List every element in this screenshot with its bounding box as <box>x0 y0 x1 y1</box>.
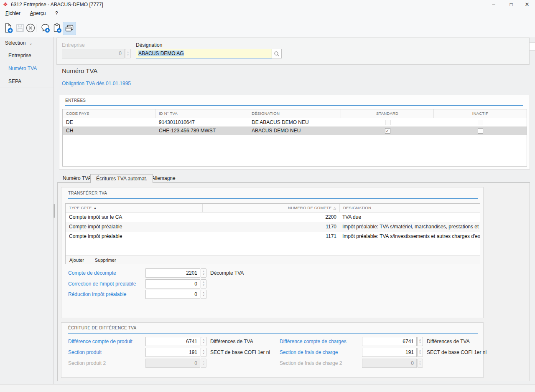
entreprise-stepper <box>125 49 131 58</box>
difference-underline <box>68 333 478 334</box>
col-standard[interactable]: STANDARD <box>341 109 434 118</box>
section-produit-suffix: SECT de base COFI 1er ni <box>210 349 270 355</box>
add-dossier-button[interactable] <box>51 22 64 34</box>
diff-produit-stepper[interactable] <box>201 337 206 346</box>
entries-row-de[interactable]: DE 9143011010647 DE ABACUS DEMO NEU <box>63 118 527 126</box>
sidebar-item-entreprise[interactable]: Entreprise <box>0 49 54 62</box>
transfer-table-header: TYPE CPTE▲ NUMÉRO DE COMPTE△ DÉSIGNATION <box>66 204 480 212</box>
diff-charges-suffix: Différences de TVA <box>427 339 470 344</box>
menu-apercu[interactable]: Aperçu <box>28 9 48 18</box>
transfer-title: TRANSFÉRER TVA <box>68 191 107 195</box>
windows-view-button[interactable] <box>63 22 76 35</box>
entries-panel: ENTRÉES CODE PAYS ID N° TVA DÉSIGNATION … <box>59 95 530 169</box>
sidebar-header[interactable]: Sélection⌄ <box>0 37 54 49</box>
menu-fichier[interactable]: Fichier <box>3 9 23 18</box>
reduction-impot-stepper[interactable] <box>201 290 206 299</box>
diff-produit-suffix: Différences de TVA <box>210 339 253 344</box>
stacked-windows-icon <box>64 23 75 34</box>
difference-title: ÉCRITURE DE DIFFÉRENCE TVA <box>68 326 137 330</box>
section-frais-input[interactable]: 191 <box>362 348 417 357</box>
designation-search-button[interactable] <box>272 49 282 58</box>
section-frais-2-input: 0 <box>362 359 417 368</box>
section-produit-2-input: 0 <box>145 359 200 368</box>
section-produit-2-label: Section produit 2 <box>68 360 106 366</box>
transfer-row[interactable]: Compte impôt sur le CA 2200 TVA due <box>66 212 480 222</box>
window-title: 6312 Entreprise - ABACUS-DEMO [7777] <box>11 2 103 8</box>
clipboard-add-icon <box>52 23 63 33</box>
correction-impot-stepper[interactable] <box>201 279 206 288</box>
entries-table: CODE PAYS ID N° TVA DÉSIGNATION STANDARD… <box>62 109 527 167</box>
cancel-button[interactable] <box>24 22 37 34</box>
section-frais-2-label: Section de frais de charge 2 <box>280 360 342 366</box>
col-code-pays[interactable]: CODE PAYS <box>63 109 155 118</box>
ajouter-button[interactable]: Ajouter <box>69 258 84 263</box>
transfer-underline <box>68 198 478 199</box>
diff-charges-input[interactable]: 6741 <box>362 337 417 346</box>
difference-groupbox: ÉCRITURE DE DIFFÉRENCE TVA Différence co… <box>61 322 484 378</box>
inactif-checkbox[interactable] <box>478 120 483 125</box>
entreprise-input: 0 <box>62 49 125 58</box>
new-record-button[interactable] <box>2 22 15 34</box>
standard-checkbox[interactable] <box>385 120 390 125</box>
chat-add-icon <box>40 23 51 33</box>
transfer-groupbox: TRANSFÉRER TVA TYPE CPTE▲ NUMÉRO DE COMP… <box>61 187 484 318</box>
entries-title: ENTRÉES <box>65 98 86 103</box>
correction-impot-label[interactable]: Correction de l'impôt préalable <box>68 281 136 287</box>
sidebar-item-sepa[interactable]: SEPA <box>0 75 54 88</box>
diff-produit-input[interactable]: 6741 <box>145 337 200 346</box>
designation-selected-text: ABACUS DEMO AG <box>138 51 184 56</box>
app-logo-icon: ❖ <box>3 2 9 8</box>
compte-decompte-stepper[interactable] <box>201 268 206 278</box>
section-produit-label[interactable]: Section produit <box>68 349 102 355</box>
section-produit-input[interactable]: 191 <box>145 348 200 357</box>
compte-decompte-input[interactable]: 2201 <box>145 268 200 278</box>
add-comment-button[interactable] <box>39 22 52 34</box>
sidebar-item-numero-tva[interactable]: Numéro TVA <box>0 62 54 75</box>
col-type-cpte[interactable]: TYPE CPTE▲ <box>66 204 203 212</box>
inactif-checkbox[interactable] <box>478 128 483 134</box>
transfer-table: TYPE CPTE▲ NUMÉRO DE COMPTE△ DÉSIGNATION… <box>65 203 480 264</box>
standard-checkbox[interactable] <box>385 128 390 134</box>
compte-decompte-label[interactable]: Compte de décompte <box>68 270 116 276</box>
section-frais-stepper[interactable] <box>417 348 423 357</box>
diff-produit-label[interactable]: Différence compte de produit <box>68 339 132 344</box>
col-id-tva[interactable]: ID N° TVA <box>155 109 248 118</box>
section-frais-suffix: SECT de base COFI 1er ni <box>427 349 487 355</box>
entreprise-label: Entreprise <box>62 42 85 48</box>
transfer-row[interactable]: Compte impôt préalable 1170 Impôt préala… <box>66 222 480 232</box>
entries-table-header: CODE PAYS ID N° TVA DÉSIGNATION STANDARD… <box>63 109 527 118</box>
diff-charges-label[interactable]: Différence compte de charges <box>280 339 346 344</box>
cancel-circle-icon <box>25 23 36 33</box>
reduction-impot-label[interactable]: Réduction impôt préalable <box>68 291 126 297</box>
toolbar <box>0 19 535 37</box>
minimize-icon[interactable] <box>487 0 501 10</box>
close-icon[interactable] <box>520 0 534 10</box>
designation-input[interactable]: ABACUS DEMO AG <box>136 49 272 58</box>
col-numero-compte[interactable]: NUMÉRO DE COMPTE△ <box>203 204 340 212</box>
search-icon <box>274 51 280 57</box>
chevron-down-icon: ⌄ <box>29 41 32 46</box>
section-frais-2-stepper <box>417 359 423 368</box>
col-inactif[interactable]: INACTIF <box>434 109 527 118</box>
vertical-scrollbar[interactable] <box>54 204 55 218</box>
menubar: Fichier Aperçu ? <box>0 9 535 19</box>
supprimer-button[interactable]: Supprimer <box>95 258 116 263</box>
entries-row-ch[interactable]: CH CHE-123.456.789 MWST ABACUS DEMO NEU <box>63 126 527 135</box>
obligation-tva-link[interactable]: Obligation TVA dès 01.01.1995 <box>62 81 131 86</box>
maximize-icon[interactable] <box>504 0 518 10</box>
col-designation[interactable]: DÉSIGNATION <box>248 109 341 118</box>
col-transfer-designation[interactable]: DÉSIGNATION <box>340 204 480 212</box>
tab-ecritures-tva[interactable]: Écritures TVA automat. <box>90 174 153 183</box>
transfer-row[interactable]: Compte impôt préalable 1171 Impôt préala… <box>66 232 480 241</box>
titlebar: ❖ 6312 Entreprise - ABACUS-DEMO [7777] <box>0 0 535 9</box>
designation-label: Désignation <box>136 42 162 48</box>
section-frais-label[interactable]: Section de frais de charge <box>280 349 338 355</box>
compte-decompte-suffix: Décompte TVA <box>210 270 244 276</box>
correction-impot-input[interactable]: 0 <box>145 279 200 288</box>
toolbar-divider <box>36 24 36 32</box>
section-produit-stepper[interactable] <box>201 348 206 357</box>
reduction-impot-input[interactable]: 0 <box>145 290 200 299</box>
menu-help[interactable]: ? <box>53 9 60 18</box>
page-title: Numéro TVA <box>62 67 97 74</box>
diff-charges-stepper[interactable] <box>417 337 423 346</box>
